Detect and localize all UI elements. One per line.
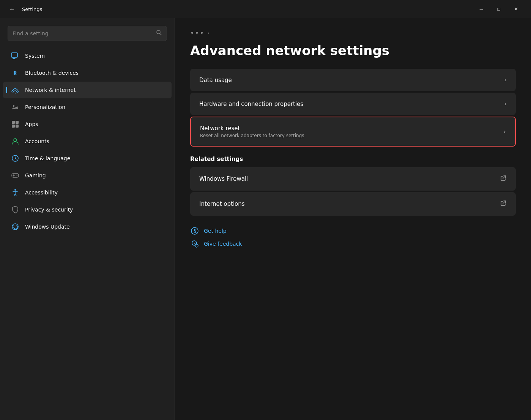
svg-point-6 [13,106,14,107]
sidebar-item-label: Accounts [25,138,49,144]
hardware-props-card[interactable]: Hardware and connection properties › [190,93,516,115]
get-help-link[interactable]: Get help [190,226,516,235]
titlebar-left: ← Settings [6,4,42,14]
svg-point-11 [14,139,17,142]
svg-rect-8 [16,121,19,124]
sidebar: System Bluetooth & devices [0,18,175,420]
sidebar-item-time[interactable]: Time & language [3,150,172,167]
accounts-icon [11,137,20,146]
sidebar-item-label: Personalization [25,104,65,110]
network-reset-card-inner: Network reset Reset all network adapters… [191,117,515,146]
card-text-block: Internet options [199,201,500,207]
feedback-icon [190,239,199,248]
system-icon [11,51,20,60]
external-link-icon [500,175,507,183]
network-reset-subtitle: Reset all network adapters to factory se… [200,133,504,138]
network-icon [11,85,20,95]
internet-options-card[interactable]: Internet options [190,192,516,216]
search-icon [156,30,162,37]
sidebar-item-apps[interactable]: Apps [3,116,172,133]
hardware-props-card-inner: Hardware and connection properties › [190,93,516,115]
svg-rect-7 [12,121,15,124]
help-icon [190,226,199,235]
network-reset-title: Network reset [200,125,504,132]
firewall-title: Windows Firewall [199,175,500,182]
search-box [8,26,167,41]
sidebar-item-privacy[interactable]: Privacy & security [3,201,172,218]
external-link-icon [500,200,507,208]
firewall-card[interactable]: Windows Firewall [190,167,516,191]
personalization-icon [11,103,20,112]
back-button[interactable]: ← [6,4,18,14]
card-text-block: Network reset Reset all network adapters… [200,125,504,138]
svg-point-20 [191,227,198,234]
firewall-card-inner: Windows Firewall [190,167,516,191]
active-indicator [6,87,7,93]
svg-rect-2 [11,53,17,57]
page-title: Advanced network settings [190,43,516,58]
breadcrumb-dots: ••• [190,29,205,37]
get-help-label: Get help [204,228,227,234]
hardware-props-title: Hardware and connection properties [199,101,504,107]
internet-options-card-inner: Internet options [190,192,516,216]
search-input[interactable] [13,30,153,36]
time-icon [11,154,20,163]
data-usage-title: Data usage [199,77,504,84]
titlebar: ← Settings ─ □ ✕ [0,0,531,18]
titlebar-controls: ─ □ ✕ [473,3,525,15]
sidebar-item-system[interactable]: System [3,47,172,64]
sidebar-item-label: Gaming [25,172,46,178]
sidebar-item-label: Windows Update [25,224,70,230]
sidebar-item-label: Privacy & security [25,207,73,213]
data-usage-card[interactable]: Data usage › [190,69,516,91]
breadcrumb-chevron: › [208,30,210,36]
related-settings-label: Related settings [190,156,516,163]
network-reset-card[interactable]: Network reset Reset all network adapters… [191,117,515,146]
minimize-button[interactable]: ─ [473,3,490,15]
gaming-icon [11,171,20,180]
chevron-icon: › [504,76,507,84]
sidebar-item-personalization[interactable]: Personalization [3,99,172,115]
svg-point-16 [16,175,17,175]
svg-rect-10 [16,125,19,128]
privacy-icon [11,205,20,214]
close-button[interactable]: ✕ [507,3,525,15]
search-container [0,18,175,47]
windows-update-icon [11,222,20,231]
svg-point-17 [17,175,17,176]
svg-rect-9 [12,125,15,128]
give-feedback-link[interactable]: Give feedback [190,239,516,248]
breadcrumb: ••• › [190,18,516,43]
bluetooth-icon [11,68,20,77]
svg-rect-4 [12,59,16,60]
accessibility-icon [11,188,20,197]
sidebar-item-label: System [25,53,45,59]
card-text-block: Data usage [199,77,504,84]
sidebar-item-label: Accessibility [25,189,58,196]
sidebar-item-label: Bluetooth & devices [25,70,79,76]
svg-line-1 [160,33,161,35]
svg-point-5 [15,93,16,94]
help-links: Get help Give feedback [190,226,516,248]
chevron-icon: › [504,128,506,135]
internet-options-title: Internet options [199,201,500,207]
svg-rect-3 [13,58,15,59]
sidebar-item-gaming[interactable]: Gaming [3,167,172,184]
sidebar-item-network[interactable]: Network & internet [3,82,172,98]
give-feedback-label: Give feedback [204,241,242,247]
nav-list: System Bluetooth & devices [0,47,175,420]
sidebar-item-accounts[interactable]: Accounts [3,133,172,150]
network-reset-highlighted: Network reset Reset all network adapters… [190,117,516,147]
svg-point-18 [14,189,16,191]
sidebar-item-label: Network & internet [25,87,76,93]
sidebar-item-accessibility[interactable]: Accessibility [3,184,172,201]
chevron-icon: › [504,100,507,107]
data-usage-card-inner: Data usage › [190,69,516,91]
app-body: System Bluetooth & devices [0,18,531,420]
sidebar-item-label: Time & language [25,155,70,161]
sidebar-item-windows-update[interactable]: Windows Update [3,218,172,235]
sidebar-item-bluetooth[interactable]: Bluetooth & devices [3,65,172,81]
card-text-block: Hardware and connection properties [199,101,504,107]
maximize-button[interactable]: □ [490,3,507,15]
sidebar-item-label: Apps [25,121,38,127]
